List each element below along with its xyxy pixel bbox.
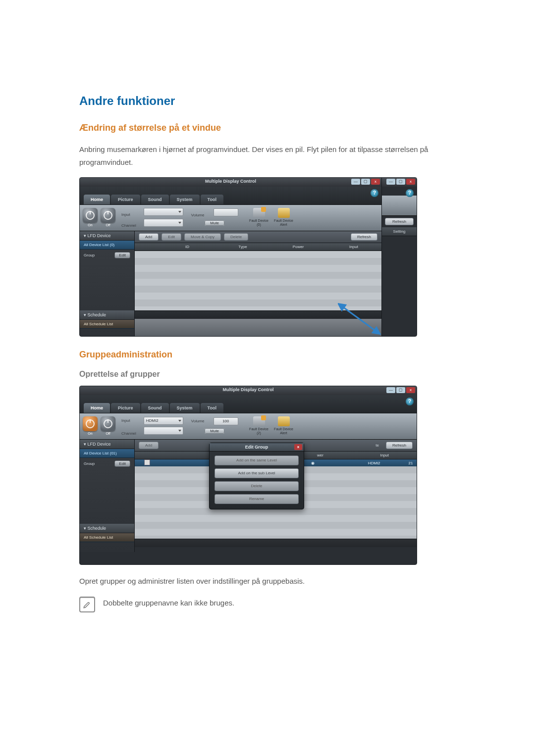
input-dropdown[interactable]: HDMI2 [144,417,183,425]
titlebar: Multiple Display Control — ▢ x [80,386,417,395]
edit-group-popup: Edit Group x Add on the same Level Add o… [209,443,304,509]
nav-all-device-list[interactable]: All Device List (01) [80,449,134,458]
help-icon[interactable]: ? [406,189,414,197]
nav-all-schedule-list[interactable]: All Schedule List [80,320,134,329]
input-dropdown[interactable] [144,208,183,216]
row-checkbox[interactable] [144,459,150,465]
fault-alert-icon[interactable] [278,416,290,426]
label-input: Input [121,212,142,217]
titlebar: Multiple Display Control — ▢ x [80,178,381,187]
warning-icon [261,415,266,420]
power-on-button[interactable] [83,416,98,431]
warning-icon [261,207,266,212]
heading-resize-window: Ændring af størrelse på et vindue [79,123,456,133]
group-edit-button[interactable]: Edit [114,460,130,467]
nav-schedule[interactable]: ▾ Schedule [80,310,134,320]
nav-all-schedule-list[interactable]: All Schedule List [80,533,134,542]
tab-system[interactable]: System [170,403,200,413]
power-off-label: Off [106,432,110,435]
window-buttons[interactable]: — ▢ x [386,387,415,393]
popup-rename[interactable]: Rename [214,494,299,504]
popup-add-sub-level[interactable]: Add on the sub Level [214,468,299,478]
table-header: ID Type Power Input [135,243,381,251]
label-channel: Channel [121,431,142,436]
nav-group-label: Group [84,461,95,466]
fault-device-caption: Fault Device (0) [248,219,270,226]
nav-group-label: Group [84,253,95,257]
fault-alert-caption: Fault Device Alert [273,219,295,226]
toolbar-edit-button[interactable]: Edit [161,233,181,241]
heading-group-admin: Gruppeadministration [79,350,456,360]
nav-all-device-list[interactable]: All Device List (0) [80,241,134,250]
paragraph-resize-desc: Anbring musemarkøren i hjørnet af progra… [79,143,456,168]
maximize-icon[interactable]: ▢ [396,387,405,393]
fault-device-icon[interactable] [253,208,265,218]
group-edit-button[interactable]: Edit [114,252,130,258]
power-icon [86,419,95,428]
volume-field[interactable] [214,208,238,216]
tab-picture[interactable]: Picture [111,195,140,204]
maximize-icon[interactable]: ▢ [361,179,370,185]
mute-button[interactable]: Mute [205,428,224,434]
popup-close-icon[interactable]: x [294,444,302,450]
toolbar-add-button[interactable]: Add [139,233,159,241]
tab-tool[interactable]: Tool [201,195,223,204]
fault-device-caption: Fault Device (2) [248,427,270,435]
heading-group-create: Oprettelse af grupper [79,370,456,379]
chevron-down-icon [178,430,181,432]
power-on-label: On [88,223,92,227]
tab-home[interactable]: Home [84,195,110,204]
fault-alert-icon[interactable] [278,208,290,218]
nav-lfd-device[interactable]: ▾ LFD Device [80,440,134,449]
toolbar-delete-button[interactable]: Delete [224,233,248,241]
refresh-button-secondary[interactable]: Refresh [385,218,414,225]
channel-dropdown[interactable] [144,219,183,227]
tab-home[interactable]: Home [84,403,110,413]
chevron-down-icon [178,420,181,422]
tab-sound[interactable]: Sound [141,195,169,204]
tab-system[interactable]: System [170,195,200,204]
tab-tool[interactable]: Tool [201,403,223,413]
minimize-icon[interactable]: — [351,179,360,185]
power-on-label: On [88,432,92,435]
volume-field[interactable]: 100 [214,417,238,425]
power-on-button[interactable] [83,208,98,223]
chevron-down-icon [178,211,181,213]
screenshot-edit-group: Multiple Display Control — ▢ x ? Home Pi… [79,386,417,565]
tab-picture[interactable]: Picture [111,403,140,413]
help-icon[interactable]: ? [406,398,414,405]
fault-device-icon[interactable] [253,416,265,426]
navigator: ▾ LFD Device All Device List (01) Group … [80,440,135,552]
power-off-button[interactable] [101,416,115,431]
label-volume: Volume [191,419,212,423]
nav-schedule[interactable]: ▾ Schedule [80,524,134,533]
toolbar-add-button[interactable]: Add [139,442,159,449]
screenshot-resize-window: Multiple Display Control — ▢ x ? Home Pi… [79,177,417,337]
tab-row: Home Picture Sound System Tool [80,395,417,413]
popup-delete[interactable]: Delete [214,481,299,491]
popup-add-same-level[interactable]: Add on the same Level [214,455,299,465]
channel-dropdown[interactable] [144,427,183,435]
device-grid[interactable] [135,251,381,310]
nav-lfd-device[interactable]: ▾ LFD Device [80,231,134,241]
tab-row: Home Picture Sound System Tool [80,187,381,205]
power-icon [86,211,95,220]
label-channel: Channel [121,223,142,228]
power-off-button[interactable] [101,208,115,223]
tab-sound[interactable]: Sound [141,403,169,413]
toolbar-movecopy-button[interactable]: Move & Copy [184,233,221,241]
mute-button[interactable]: Mute [205,220,224,226]
close-icon[interactable]: x [406,179,415,185]
fault-alert-caption: Fault Device Alert [273,427,295,435]
label-volume: Volume [191,213,212,217]
minimize-icon[interactable]: — [386,179,395,185]
window-buttons[interactable]: — ▢ x [351,179,380,185]
heading-other-functions: Andre funktioner [79,94,456,108]
minimize-icon[interactable]: — [386,387,395,393]
help-icon[interactable]: ? [371,189,378,197]
close-icon[interactable]: x [371,179,380,185]
toolbar-refresh-button[interactable]: Refresh [386,442,413,449]
maximize-icon[interactable]: ▢ [396,179,405,185]
toolbar-refresh-button[interactable]: Refresh [351,233,377,241]
close-icon[interactable]: x [406,387,415,393]
